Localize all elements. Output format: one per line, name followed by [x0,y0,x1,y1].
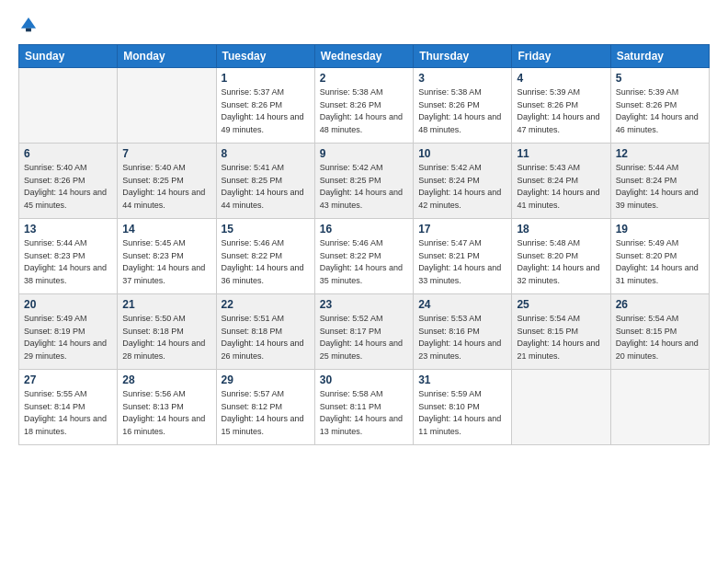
day-info: Sunrise: 5:54 AMSunset: 8:15 PMDaylight:… [616,313,704,362]
day-number: 15 [222,223,310,236]
day-info: Sunrise: 5:46 AMSunset: 8:22 PMDaylight:… [222,237,310,287]
day-number: 7 [122,147,210,160]
calendar-cell: 16Sunrise: 5:46 AMSunset: 8:22 PMDayligh… [314,219,413,294]
calendar-cell [512,370,610,445]
header [18,15,710,35]
calendar-cell: 19Sunrise: 5:49 AMSunset: 8:20 PMDayligh… [610,219,709,294]
day-info: Sunrise: 5:43 AMSunset: 8:24 PMDaylight:… [517,162,605,212]
page: SundayMondayTuesdayWednesdayThursdayFrid… [0,0,728,563]
day-info: Sunrise: 5:40 AMSunset: 8:26 PMDaylight:… [24,162,112,212]
day-info: Sunrise: 5:46 AMSunset: 8:22 PMDaylight:… [320,237,408,287]
day-info: Sunrise: 5:45 AMSunset: 8:23 PMDaylight:… [122,237,210,287]
day-number: 18 [517,223,605,236]
calendar-cell: 22Sunrise: 5:51 AMSunset: 8:18 PMDayligh… [216,294,314,370]
weekday-header-sunday: Sunday [19,45,118,68]
calendar-cell: 8Sunrise: 5:41 AMSunset: 8:25 PMDaylight… [216,144,314,219]
day-info: Sunrise: 5:39 AMSunset: 8:26 PMDaylight:… [616,86,704,136]
calendar-cell: 7Sunrise: 5:40 AMSunset: 8:25 PMDaylight… [118,144,216,219]
day-info: Sunrise: 5:39 AMSunset: 8:26 PMDaylight:… [517,86,605,136]
day-info: Sunrise: 5:44 AMSunset: 8:23 PMDaylight:… [24,237,112,287]
day-info: Sunrise: 5:41 AMSunset: 8:25 PMDaylight:… [222,162,310,212]
day-info: Sunrise: 5:54 AMSunset: 8:15 PMDaylight:… [517,313,605,362]
day-info: Sunrise: 5:50 AMSunset: 8:18 PMDaylight:… [122,313,210,362]
calendar-cell: 12Sunrise: 5:44 AMSunset: 8:24 PMDayligh… [610,144,709,219]
calendar-cell [19,68,118,144]
day-info: Sunrise: 5:47 AMSunset: 8:21 PMDaylight:… [418,237,506,287]
calendar-cell: 13Sunrise: 5:44 AMSunset: 8:23 PMDayligh… [19,219,118,294]
calendar-week-row: 6Sunrise: 5:40 AMSunset: 8:26 PMDaylight… [19,144,710,219]
calendar-cell: 17Sunrise: 5:47 AMSunset: 8:21 PMDayligh… [414,219,512,294]
calendar-cell [610,370,709,445]
calendar-cell: 15Sunrise: 5:46 AMSunset: 8:22 PMDayligh… [216,219,314,294]
day-number: 27 [24,373,112,386]
day-info: Sunrise: 5:38 AMSunset: 8:26 PMDaylight:… [418,86,506,136]
day-info: Sunrise: 5:40 AMSunset: 8:25 PMDaylight:… [122,162,210,212]
day-number: 4 [517,72,605,85]
svg-marker-0 [21,17,36,29]
calendar-cell: 20Sunrise: 5:49 AMSunset: 8:19 PMDayligh… [19,294,118,370]
logo-icon [18,15,39,35]
weekday-header-friday: Friday [512,45,610,68]
day-info: Sunrise: 5:59 AMSunset: 8:10 PMDaylight:… [418,388,506,438]
day-number: 11 [517,147,605,160]
day-info: Sunrise: 5:58 AMSunset: 8:11 PMDaylight:… [320,388,408,438]
calendar-cell: 25Sunrise: 5:54 AMSunset: 8:15 PMDayligh… [512,294,610,370]
day-info: Sunrise: 5:42 AMSunset: 8:25 PMDaylight:… [320,162,408,212]
day-number: 30 [320,373,408,386]
calendar-cell: 5Sunrise: 5:39 AMSunset: 8:26 PMDaylight… [610,68,709,144]
weekday-header-saturday: Saturday [610,45,709,68]
calendar-cell: 21Sunrise: 5:50 AMSunset: 8:18 PMDayligh… [118,294,216,370]
day-number: 9 [320,147,408,160]
calendar-cell: 11Sunrise: 5:43 AMSunset: 8:24 PMDayligh… [512,144,610,219]
day-info: Sunrise: 5:38 AMSunset: 8:26 PMDaylight:… [320,86,408,136]
day-number: 21 [122,298,210,311]
calendar-week-row: 13Sunrise: 5:44 AMSunset: 8:23 PMDayligh… [19,219,710,294]
calendar-cell: 27Sunrise: 5:55 AMSunset: 8:14 PMDayligh… [19,370,118,445]
day-number: 2 [320,72,408,85]
day-number: 22 [222,298,310,311]
calendar-cell: 3Sunrise: 5:38 AMSunset: 8:26 PMDaylight… [414,68,512,144]
day-number: 23 [320,298,408,311]
calendar-cell: 30Sunrise: 5:58 AMSunset: 8:11 PMDayligh… [314,370,413,445]
day-info: Sunrise: 5:42 AMSunset: 8:24 PMDaylight:… [418,162,506,212]
day-number: 3 [418,72,506,85]
weekday-header-monday: Monday [118,45,216,68]
calendar-cell: 23Sunrise: 5:52 AMSunset: 8:17 PMDayligh… [314,294,413,370]
day-number: 20 [24,298,112,311]
day-number: 31 [418,373,506,386]
calendar-cell: 1Sunrise: 5:37 AMSunset: 8:26 PMDaylight… [216,68,314,144]
day-info: Sunrise: 5:51 AMSunset: 8:18 PMDaylight:… [222,313,310,362]
calendar-cell: 10Sunrise: 5:42 AMSunset: 8:24 PMDayligh… [414,144,512,219]
day-info: Sunrise: 5:37 AMSunset: 8:26 PMDaylight:… [222,86,310,136]
day-info: Sunrise: 5:52 AMSunset: 8:17 PMDaylight:… [320,313,408,362]
day-number: 29 [222,373,310,386]
calendar-cell: 14Sunrise: 5:45 AMSunset: 8:23 PMDayligh… [118,219,216,294]
day-info: Sunrise: 5:56 AMSunset: 8:13 PMDaylight:… [122,388,210,438]
calendar-cell: 26Sunrise: 5:54 AMSunset: 8:15 PMDayligh… [610,294,709,370]
calendar-header-row: SundayMondayTuesdayWednesdayThursdayFrid… [19,45,710,68]
day-number: 24 [418,298,506,311]
calendar-week-row: 1Sunrise: 5:37 AMSunset: 8:26 PMDaylight… [19,68,710,144]
day-number: 13 [24,223,112,236]
calendar-cell: 6Sunrise: 5:40 AMSunset: 8:26 PMDaylight… [19,144,118,219]
calendar-week-row: 20Sunrise: 5:49 AMSunset: 8:19 PMDayligh… [19,294,710,370]
svg-rect-1 [26,29,31,32]
calendar-cell: 4Sunrise: 5:39 AMSunset: 8:26 PMDaylight… [512,68,610,144]
day-number: 5 [616,72,704,85]
day-info: Sunrise: 5:49 AMSunset: 8:19 PMDaylight:… [24,313,112,362]
day-number: 12 [616,147,704,160]
calendar-cell: 24Sunrise: 5:53 AMSunset: 8:16 PMDayligh… [414,294,512,370]
calendar-cell: 9Sunrise: 5:42 AMSunset: 8:25 PMDaylight… [314,144,413,219]
calendar-cell: 18Sunrise: 5:48 AMSunset: 8:20 PMDayligh… [512,219,610,294]
day-info: Sunrise: 5:55 AMSunset: 8:14 PMDaylight:… [24,388,112,438]
day-info: Sunrise: 5:49 AMSunset: 8:20 PMDaylight:… [616,237,704,287]
calendar-cell: 28Sunrise: 5:56 AMSunset: 8:13 PMDayligh… [118,370,216,445]
day-number: 6 [24,147,112,160]
calendar-table: SundayMondayTuesdayWednesdayThursdayFrid… [18,44,710,445]
day-number: 28 [122,373,210,386]
day-number: 16 [320,223,408,236]
day-info: Sunrise: 5:44 AMSunset: 8:24 PMDaylight:… [616,162,704,212]
weekday-header-tuesday: Tuesday [216,45,314,68]
day-number: 19 [616,223,704,236]
day-info: Sunrise: 5:48 AMSunset: 8:20 PMDaylight:… [517,237,605,287]
